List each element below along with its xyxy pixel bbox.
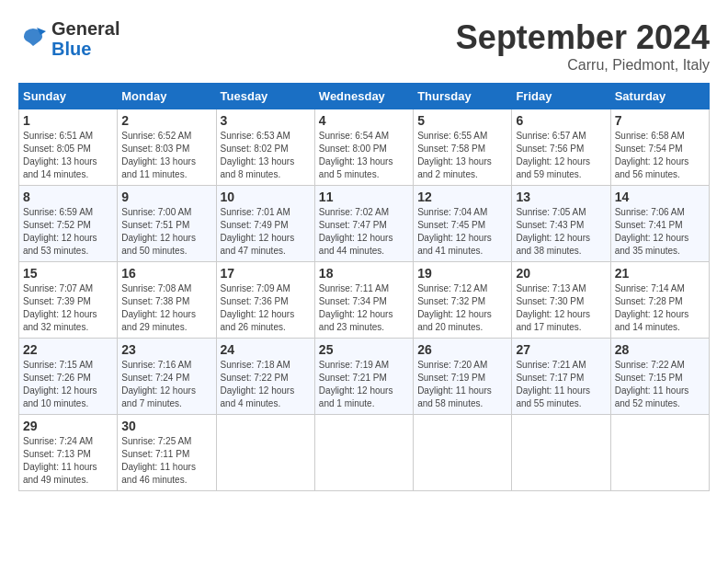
day-number: 8 <box>23 190 113 204</box>
day-info: Sunrise: 7:25 AM Sunset: 7:11 PM Dayligh… <box>121 435 211 487</box>
logo-blue: Blue <box>51 39 119 59</box>
sunset-label: Sunset: 7:19 PM <box>417 373 485 383</box>
daylight-label: Daylight: 12 hours and 20 minutes. <box>417 309 492 332</box>
daylight-label: Daylight: 11 hours and 58 minutes. <box>417 385 492 408</box>
weekday-header-saturday: Saturday <box>610 84 709 109</box>
day-number: 4 <box>319 113 409 128</box>
sunrise-label: Sunrise: 7:19 AM <box>319 360 389 370</box>
calendar-cell: 4 Sunrise: 6:54 AM Sunset: 8:00 PM Dayli… <box>314 109 413 186</box>
sunrise-label: Sunrise: 7:18 AM <box>221 360 290 370</box>
calendar-cell <box>216 415 314 491</box>
calendar-cell <box>414 415 512 491</box>
sunset-label: Sunset: 7:58 PM <box>417 144 485 154</box>
daylight-label: Daylight: 12 hours and 38 minutes. <box>516 233 590 256</box>
calendar-cell <box>512 415 610 491</box>
calendar-cell: 21 Sunrise: 7:14 AM Sunset: 7:28 PM Dayl… <box>610 262 709 339</box>
daylight-label: Daylight: 12 hours and 26 minutes. <box>221 309 295 332</box>
sunset-label: Sunset: 7:21 PM <box>319 373 387 383</box>
sunset-label: Sunset: 7:28 PM <box>615 296 683 306</box>
weekday-header-tuesday: Tuesday <box>216 84 314 109</box>
day-number: 20 <box>516 266 606 281</box>
sunrise-label: Sunrise: 7:08 AM <box>121 283 191 293</box>
calendar-cell: 15 Sunrise: 7:07 AM Sunset: 7:39 PM Dayl… <box>19 262 118 339</box>
sunrise-label: Sunrise: 7:01 AM <box>221 207 290 217</box>
sunset-label: Sunset: 7:39 PM <box>23 296 91 306</box>
calendar-week-3: 15 Sunrise: 7:07 AM Sunset: 7:39 PM Dayl… <box>19 262 710 339</box>
daylight-label: Daylight: 12 hours and 35 minutes. <box>615 233 689 256</box>
day-number: 9 <box>121 190 211 204</box>
daylight-label: Daylight: 11 hours and 55 minutes. <box>516 385 590 408</box>
calendar-cell: 24 Sunrise: 7:18 AM Sunset: 7:22 PM Dayl… <box>216 339 314 415</box>
calendar-cell: 17 Sunrise: 7:09 AM Sunset: 7:36 PM Dayl… <box>216 262 314 339</box>
calendar-week-2: 8 Sunrise: 6:59 AM Sunset: 7:52 PM Dayli… <box>19 186 710 262</box>
sunrise-label: Sunrise: 7:00 AM <box>121 207 191 217</box>
calendar-cell: 20 Sunrise: 7:13 AM Sunset: 7:30 PM Dayl… <box>512 262 610 339</box>
day-info: Sunrise: 7:00 AM Sunset: 7:51 PM Dayligh… <box>121 206 211 258</box>
calendar-cell: 7 Sunrise: 6:58 AM Sunset: 7:54 PM Dayli… <box>610 109 709 186</box>
day-number: 18 <box>319 266 409 281</box>
daylight-label: Daylight: 11 hours and 46 minutes. <box>121 462 196 485</box>
weekday-header-row: SundayMondayTuesdayWednesdayThursdayFrid… <box>19 84 710 109</box>
sunset-label: Sunset: 7:51 PM <box>121 220 189 230</box>
sunrise-label: Sunrise: 7:11 AM <box>319 283 389 293</box>
day-info: Sunrise: 7:22 AM Sunset: 7:15 PM Dayligh… <box>615 359 705 410</box>
logo-wrapper: General Blue <box>18 18 119 59</box>
sunset-label: Sunset: 7:36 PM <box>221 296 289 306</box>
daylight-label: Daylight: 13 hours and 11 minutes. <box>121 156 196 179</box>
day-number: 26 <box>417 342 507 357</box>
daylight-label: Daylight: 11 hours and 49 minutes. <box>23 462 97 485</box>
day-info: Sunrise: 7:07 AM Sunset: 7:39 PM Dayligh… <box>23 282 113 334</box>
day-number: 5 <box>417 113 507 128</box>
day-number: 24 <box>221 342 311 357</box>
day-number: 7 <box>615 113 705 128</box>
daylight-label: Daylight: 12 hours and 4 minutes. <box>221 385 295 408</box>
calendar-cell <box>314 415 413 491</box>
day-info: Sunrise: 6:51 AM Sunset: 8:05 PM Dayligh… <box>23 130 113 181</box>
daylight-label: Daylight: 12 hours and 10 minutes. <box>23 385 97 408</box>
sunset-label: Sunset: 7:11 PM <box>121 449 189 459</box>
calendar-cell: 27 Sunrise: 7:21 AM Sunset: 7:17 PM Dayl… <box>512 339 610 415</box>
sunset-label: Sunset: 7:47 PM <box>319 220 387 230</box>
day-number: 15 <box>23 266 113 281</box>
daylight-label: Daylight: 12 hours and 44 minutes. <box>319 233 393 256</box>
daylight-label: Daylight: 13 hours and 8 minutes. <box>221 156 295 179</box>
daylight-label: Daylight: 11 hours and 52 minutes. <box>615 385 689 408</box>
day-number: 2 <box>121 113 211 128</box>
sunrise-label: Sunrise: 7:16 AM <box>121 360 191 370</box>
sunset-label: Sunset: 7:15 PM <box>615 373 683 383</box>
daylight-label: Daylight: 12 hours and 47 minutes. <box>221 233 295 256</box>
day-number: 13 <box>516 190 606 204</box>
sunrise-label: Sunrise: 6:58 AM <box>615 131 685 141</box>
day-number: 16 <box>121 266 211 281</box>
daylight-label: Daylight: 13 hours and 5 minutes. <box>319 156 393 179</box>
sunset-label: Sunset: 7:43 PM <box>516 220 584 230</box>
day-info: Sunrise: 7:14 AM Sunset: 7:28 PM Dayligh… <box>615 282 705 334</box>
day-info: Sunrise: 7:12 AM Sunset: 7:32 PM Dayligh… <box>417 282 507 334</box>
day-number: 14 <box>615 190 705 204</box>
calendar-cell: 12 Sunrise: 7:04 AM Sunset: 7:45 PM Dayl… <box>414 186 512 262</box>
day-info: Sunrise: 7:20 AM Sunset: 7:19 PM Dayligh… <box>417 359 507 410</box>
day-number: 6 <box>516 113 606 128</box>
sunrise-label: Sunrise: 7:21 AM <box>516 360 586 370</box>
sunset-label: Sunset: 7:30 PM <box>516 296 584 306</box>
daylight-label: Daylight: 12 hours and 17 minutes. <box>516 309 590 332</box>
day-info: Sunrise: 6:59 AM Sunset: 7:52 PM Dayligh… <box>23 206 113 258</box>
calendar-cell: 13 Sunrise: 7:05 AM Sunset: 7:43 PM Dayl… <box>512 186 610 262</box>
sunrise-label: Sunrise: 7:20 AM <box>417 360 487 370</box>
logo-bird-icon <box>18 24 48 53</box>
calendar-table: SundayMondayTuesdayWednesdayThursdayFrid… <box>18 83 710 491</box>
day-info: Sunrise: 6:55 AM Sunset: 7:58 PM Dayligh… <box>417 130 507 181</box>
day-number: 28 <box>615 342 705 357</box>
sunset-label: Sunset: 7:34 PM <box>319 296 387 306</box>
daylight-label: Daylight: 12 hours and 23 minutes. <box>319 309 393 332</box>
day-info: Sunrise: 7:09 AM Sunset: 7:36 PM Dayligh… <box>221 282 311 334</box>
daylight-label: Daylight: 12 hours and 29 minutes. <box>121 309 196 332</box>
calendar-cell: 30 Sunrise: 7:25 AM Sunset: 7:11 PM Dayl… <box>118 415 216 491</box>
weekday-header-friday: Friday <box>512 84 610 109</box>
logo-general: General <box>51 18 119 39</box>
sunrise-label: Sunrise: 7:06 AM <box>615 207 685 217</box>
calendar-cell: 22 Sunrise: 7:15 AM Sunset: 7:26 PM Dayl… <box>19 339 118 415</box>
sunrise-label: Sunrise: 7:02 AM <box>319 207 389 217</box>
calendar-cell: 18 Sunrise: 7:11 AM Sunset: 7:34 PM Dayl… <box>314 262 413 339</box>
day-number: 17 <box>221 266 311 281</box>
